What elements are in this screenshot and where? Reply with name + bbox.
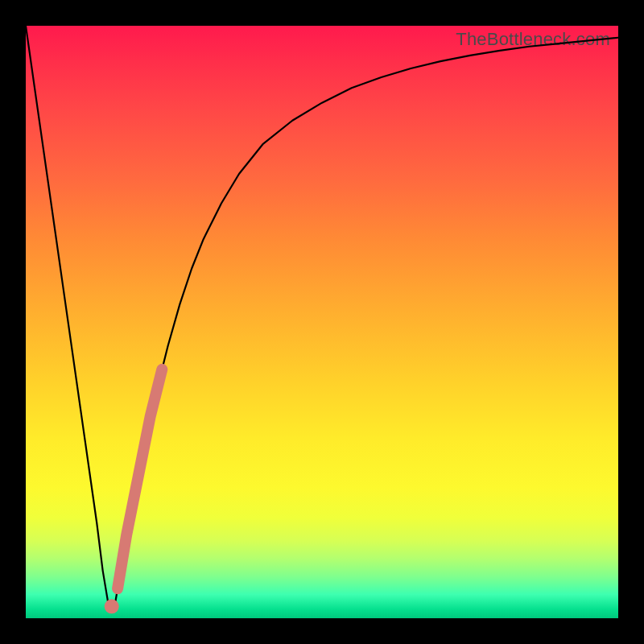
bottleneck-curve-path — [26, 26, 618, 606]
svg-point-0 — [105, 599, 119, 613]
plot-area: TheBottleneck.com — [26, 26, 618, 618]
highlight-segment-path — [118, 369, 162, 588]
curve-layer — [26, 26, 618, 618]
chart-frame: TheBottleneck.com — [0, 0, 644, 644]
vertex-dot — [105, 599, 119, 613]
